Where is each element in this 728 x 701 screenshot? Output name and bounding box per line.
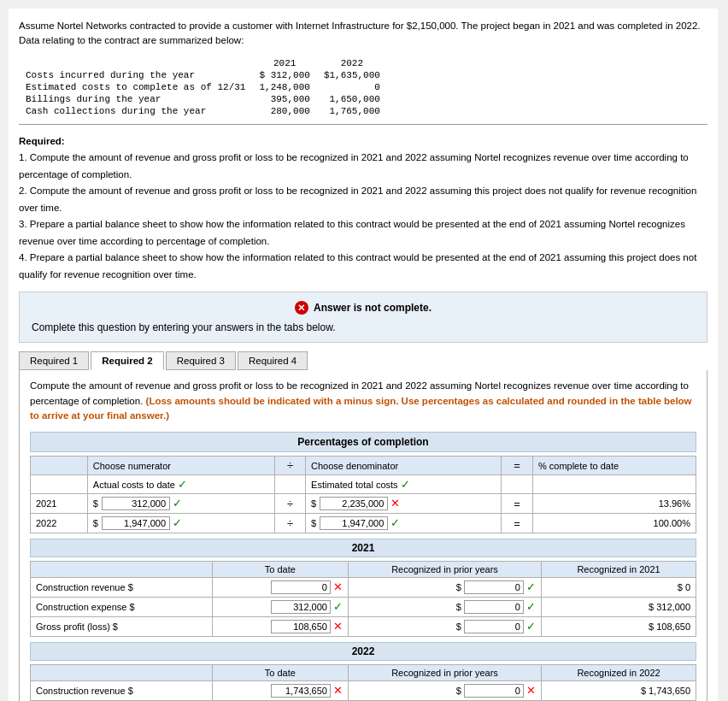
check-est-total: ✓ (401, 478, 410, 491)
to-date-cell: ✕ (212, 617, 348, 637)
tab-required4[interactable]: Required 4 (238, 351, 308, 370)
recognized-val-22: 1,743,650 (649, 686, 690, 696)
recognized-cell: $ 0 (542, 578, 696, 598)
dollar2: $ (456, 621, 461, 632)
data-row-2021: 395,000 (252, 93, 316, 105)
est-total-text: Estimated total costs (311, 480, 398, 490)
input-to-date[interactable] (271, 580, 331, 594)
dollar2: $ (456, 582, 461, 592)
input-prior[interactable] (464, 600, 524, 614)
actual-costs-label: Actual costs to date ✓ (87, 475, 274, 494)
dollar3: $ (649, 602, 654, 612)
div-op-2021: ÷ (275, 494, 306, 514)
input-2022-numerator[interactable] (102, 516, 170, 530)
div-op-2022: ÷ (275, 514, 306, 533)
col-recognized-2021: Recognized in 2021 (542, 562, 696, 578)
year-2021-label: 2021 (31, 494, 88, 514)
data-row-2022: 1,765,000 (317, 105, 387, 117)
page-container: Assume Nortel Networks contracted to pro… (9, 9, 718, 701)
input-prior-22[interactable] (464, 684, 524, 698)
pct-complete-label: % complete to date (532, 457, 696, 475)
problem-intro: Assume Nortel Networks contracted to pro… (19, 19, 707, 49)
required-title: Required: (19, 136, 65, 146)
xmark-icon: ✕ (333, 684, 343, 697)
input-2022-denom[interactable] (320, 516, 388, 530)
actual-costs-text: Actual costs to date (93, 480, 175, 490)
col-to-date-2022: To date (212, 665, 348, 681)
to-date-cell-22: ✕ (212, 681, 348, 701)
input-2021-numerator[interactable] (102, 497, 170, 510)
recognized-val: 108,650 (656, 621, 690, 632)
data-row-label: Costs incurred during the year (19, 69, 252, 81)
xmark-icon: ✕ (333, 620, 343, 633)
recognized-cell-22: $ 1,743,650 (542, 681, 696, 701)
tab-required3[interactable]: Required 3 (166, 351, 236, 370)
year-2022-label: 2022 (31, 514, 88, 533)
col-prior-2022: Recognized in prior years (348, 665, 541, 681)
req-item-4: 4. Prepare a partial balance sheet to sh… (19, 252, 696, 280)
divide-op1: ÷ (275, 457, 306, 475)
check-2022-denom: ✓ (390, 516, 400, 529)
tab-description: Compute the amount of revenue and gross … (30, 379, 696, 423)
header-2022: 2022 (317, 57, 387, 69)
prior-cell: $ ✓ (348, 617, 541, 637)
cell-empty4 (502, 475, 533, 494)
input-to-date-22[interactable] (271, 684, 331, 698)
col-empty-2021 (31, 562, 213, 578)
check-icon: ✓ (526, 600, 536, 613)
eq-op-2022: = (502, 514, 533, 533)
row-label: Construction revenue $ (31, 578, 213, 598)
pct-2021-val: 13.96% (532, 494, 696, 514)
prior-cell-22: $ ✕ (348, 681, 541, 701)
data-table: 2021 2022 Costs incurred during the year… (19, 57, 387, 117)
recognized-cell: $ 312,000 (542, 598, 696, 617)
input-to-date[interactable] (271, 620, 331, 633)
dollar3: $ (678, 582, 683, 592)
pct-2022-val: 100.00% (532, 514, 696, 533)
check-2021-num: ✓ (173, 497, 182, 510)
row-label: Construction revenue $ (31, 681, 213, 701)
recognized-val: 312,000 (656, 602, 690, 612)
cell-empty2 (31, 475, 88, 494)
section-2021-header: 2021 (30, 539, 696, 557)
check-icon: ✓ (526, 580, 536, 593)
xmark-icon: ✕ (526, 684, 536, 697)
data-row-2022: 0 (317, 81, 387, 93)
data-row-2021: 280,000 (252, 105, 316, 117)
input-prior[interactable] (464, 620, 524, 633)
tab-required1[interactable]: Required 1 (19, 351, 89, 370)
data-row-2022: $1,635,000 (317, 69, 387, 81)
choose-numerator-label: Choose numerator (87, 457, 274, 475)
equals-op1: = (502, 457, 533, 475)
input-prior[interactable] (464, 580, 524, 594)
input-2021-denom[interactable] (320, 497, 388, 510)
cell-empty5 (532, 475, 696, 494)
cell-2022-denom: $ ✓ (306, 514, 502, 533)
col-to-date-2021: To date (212, 562, 348, 578)
xmark-2021-denom: ✕ (390, 497, 400, 510)
result-table-2022: To date Recognized in prior years Recogn… (30, 664, 696, 701)
required-section: Required: 1. Compute the amount of reven… (19, 133, 707, 284)
header-2021: 2021 (252, 57, 316, 69)
section-2022-header: 2022 (30, 642, 696, 661)
red-x-icon: ✕ (295, 301, 308, 315)
col-empty-2022 (31, 665, 213, 681)
tab-content: Compute the amount of revenue and gross … (19, 370, 707, 701)
result-row-2021-2: Gross profit (loss) $ ✕ $ ✓ $ 108,650 (31, 617, 696, 637)
data-row-label: Billings during the year (19, 93, 252, 105)
eq-op-2021: = (502, 494, 533, 514)
result-row-2021-0: Construction revenue $ ✕ $ ✓ $ 0 (31, 578, 696, 598)
xmark-icon: ✕ (333, 580, 343, 593)
pct-completion-header: Percentages of completion (30, 432, 696, 452)
col-recognized-2022: Recognized in 2022 (542, 665, 696, 681)
input-to-date[interactable] (271, 600, 331, 614)
to-date-cell: ✓ (212, 598, 348, 617)
data-table-row: Costs incurred during the year $ 312,000… (19, 69, 387, 81)
result-table-2021: To date Recognized in prior years Recogn… (30, 561, 696, 637)
tab-required2[interactable]: Required 2 (91, 351, 163, 370)
answer-box: ✕ Answer is not complete. Complete this … (19, 292, 707, 343)
data-row-2021: $ 312,000 (252, 69, 316, 81)
to-date-cell: ✕ (212, 578, 348, 598)
est-total-label: Estimated total costs ✓ (306, 475, 502, 494)
result-row-2021-1: Construction expense $ ✓ $ ✓ $ 312,000 (31, 598, 696, 617)
